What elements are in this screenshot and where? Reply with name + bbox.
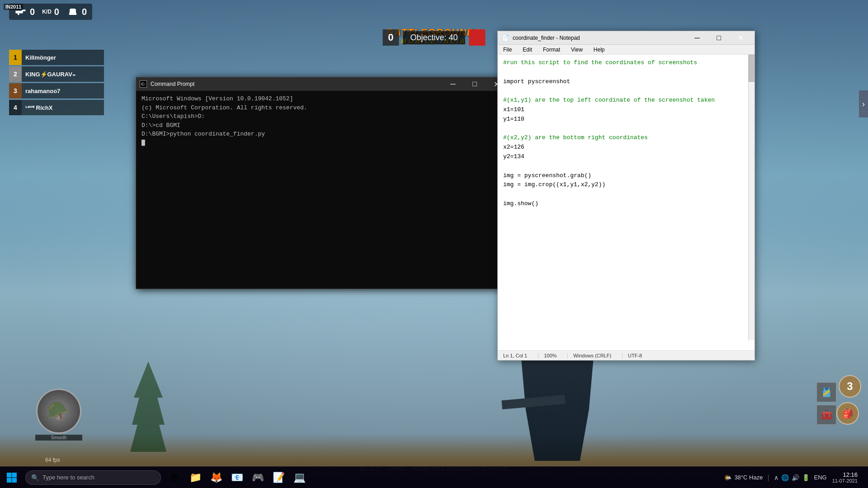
mail-button[interactable]: 📧 — [227, 467, 247, 488]
volume-icon[interactable]: 🔊 — [792, 474, 799, 481]
windows-logo-icon — [6, 472, 17, 483]
notepad-menu-edit[interactable]: Edit — [521, 46, 534, 54]
kd-label: K/D — [42, 9, 52, 15]
hud-assists-value: 0 — [82, 7, 87, 17]
notepad-scrollbar[interactable] — [748, 55, 755, 340]
start-button[interactable] — [0, 467, 24, 488]
inventory-icon-2[interactable]: 🧰 — [816, 405, 836, 425]
cmd-window[interactable]: C: Command Prompt ─ □ ✕ Microsoft Window… — [136, 77, 511, 289]
file-explorer-button[interactable]: 📁 — [185, 467, 205, 488]
cmd-content[interactable]: Microsoft Windows [Version 10.0.19042.10… — [136, 91, 510, 289]
notepad-line-5: #(x1,y1) are the top left coordinate of … — [503, 96, 749, 105]
status-encoding: UTF-8 — [622, 353, 642, 358]
notepad-close-button[interactable]: ✕ — [730, 31, 751, 45]
bag-button[interactable]: 🎒 — [836, 402, 859, 425]
notepad-menu-file[interactable]: File — [501, 46, 514, 54]
cmd-line-1: Microsoft Windows [Version 10.0.19042.10… — [142, 94, 505, 103]
firefox-button[interactable]: 🦊 — [206, 467, 226, 488]
notepad-menu-view[interactable]: View — [569, 46, 585, 54]
taskbar-apps: ⊞ 📁 🦊 📧 🎮 📝 💻 — [165, 467, 718, 488]
status-zoom: 100% — [538, 353, 557, 358]
notepad-line-11: y2=134 — [503, 152, 749, 162]
task-view-button[interactable]: ⊞ — [165, 467, 184, 488]
notepad-window-controls: ─ □ ✕ — [687, 31, 751, 45]
notepad-statusbar: Ln 1, Col 1 100% Windows (CRLF) UTF-8 — [498, 350, 755, 360]
side-arrow-button[interactable]: › — [859, 90, 868, 117]
gamebar-button[interactable]: 🎮 — [248, 467, 268, 488]
notepad-scrollbar-thumb[interactable] — [749, 55, 755, 82]
notepad-line-8 — [503, 124, 749, 134]
taskbar-search-bar[interactable]: 🔍 Type here to search — [25, 470, 161, 485]
inventory-panel: 🎽 🧰 — [816, 382, 836, 425]
notepad-line-12 — [503, 162, 749, 171]
smooth-label: Smooth — [35, 435, 82, 441]
up-arrow-tray-icon[interactable]: ∧ — [774, 474, 778, 481]
fps-label: 64 fps — [45, 457, 60, 463]
hud-kills-value: 0 — [30, 7, 35, 17]
lb-row-2: 2 KING⚡GAURAV₌ — [9, 66, 104, 82]
svg-rect-2 — [18, 14, 19, 15]
language-label: ENG — [814, 474, 827, 481]
lb-rank-4: 4 — [9, 100, 22, 115]
notepad-taskbar-icon: 📝 — [273, 473, 285, 483]
weather-icon: 🌤️ — [724, 474, 731, 481]
status-line-ending: Windows (CRLF) — [567, 353, 611, 358]
notepad-line-16: img.show() — [503, 199, 749, 209]
notepad-content[interactable]: #run this script to find the coordinates… — [498, 55, 755, 350]
notepad-line-1: #run this script to find the coordinates… — [503, 58, 749, 68]
terminal-taskbar-icon: 💻 — [293, 473, 306, 483]
cmd-window-icon: C: — [140, 80, 147, 88]
cmd-titlebar[interactable]: C: Command Prompt ─ □ ✕ — [136, 77, 510, 91]
lb-row-4: 4 ᶫᵒᵛᵉ RichX — [9, 100, 104, 115]
svg-rect-7 — [7, 478, 12, 483]
cmd-maximize-button[interactable]: □ — [464, 77, 485, 91]
notepad-line-14: img = img.crop((x1,y1,x2,y2)) — [503, 180, 749, 190]
terminal-taskbar-button[interactable]: 💻 — [289, 467, 309, 488]
system-tray: 🌤️ 38°C Haze | ∧ 🌐 🔊 🔋 ENG — [724, 474, 826, 482]
clock-time: 12:16 — [843, 471, 858, 478]
notepad-menu-help[interactable]: Help — [592, 46, 607, 54]
cmd-cursor: █ — [142, 139, 505, 148]
clock-date: 11-07-2021 — [832, 478, 858, 483]
notepad-line-10: x2=126 — [503, 143, 749, 152]
network-icon[interactable]: 🌐 — [781, 474, 789, 481]
notepad-taskbar-button[interactable]: 📝 — [269, 467, 288, 488]
lb-rank-1: 1 — [9, 50, 22, 65]
status-position: Ln 1, Col 1 — [503, 353, 527, 358]
notepad-menu: File Edit Format View Help — [498, 45, 755, 55]
gamebar-icon: 🎮 — [252, 473, 264, 483]
player-avatar: 🪖 — [36, 389, 81, 434]
inventory-icon-1[interactable]: 🎽 — [816, 382, 836, 402]
cmd-minimize-button[interactable]: ─ — [443, 77, 463, 91]
ability-3-button[interactable]: 3 — [839, 375, 861, 398]
fist-icon — [66, 5, 79, 18]
cmd-line-2: (c) Microsoft Corporation. All rights re… — [142, 103, 505, 113]
svg-rect-5 — [7, 473, 12, 478]
notepad-window[interactable]: 📄 coordinate_finder - Notepad ─ □ ✕ File… — [497, 31, 755, 361]
svg-rect-6 — [12, 473, 17, 478]
lb-rank-2: 2 — [9, 66, 22, 82]
weather-label: 38°C Haze — [734, 474, 763, 481]
notepad-window-icon: 📄 — [501, 34, 509, 42]
notepad-maximize-button[interactable]: □ — [708, 31, 729, 45]
notepad-menu-format[interactable]: Format — [541, 46, 562, 54]
avatar-icon: 🪖 — [47, 401, 70, 422]
mail-icon: 📧 — [231, 473, 243, 483]
notepad-titlebar[interactable]: 📄 coordinate_finder - Notepad ─ □ ✕ — [498, 31, 755, 45]
show-desktop-button[interactable] — [860, 467, 863, 488]
notepad-minimize-button[interactable]: ─ — [687, 31, 708, 45]
battery-icon[interactable]: 🔋 — [802, 474, 810, 481]
firefox-icon: 🦊 — [210, 473, 222, 483]
file-explorer-icon: 📁 — [189, 473, 202, 483]
taskbar: 🔍 Type here to search ⊞ 📁 🦊 📧 🎮 📝 💻 🌤️ — [0, 466, 868, 488]
notepad-line-9: #(x2,y2) are the bottom right coordinate… — [503, 133, 749, 143]
tree-silhouette-1 — [130, 361, 166, 452]
notepad-line-4 — [503, 86, 749, 96]
clock-area[interactable]: 12:16 11-07-2021 — [832, 471, 858, 483]
notepad-line-6: x1=101 — [503, 105, 749, 115]
notepad-line-3: import pyscreenshot — [503, 77, 749, 87]
cmd-line-4: C:\Users\tapish>D: — [142, 112, 505, 121]
notepad-title-text: coordinate_finder - Notepad — [513, 35, 683, 41]
server-id-label: IN2011 — [4, 4, 23, 10]
taskbar-right: 🌤️ 38°C Haze | ∧ 🌐 🔊 🔋 ENG 12:16 11-07-2… — [718, 467, 868, 488]
